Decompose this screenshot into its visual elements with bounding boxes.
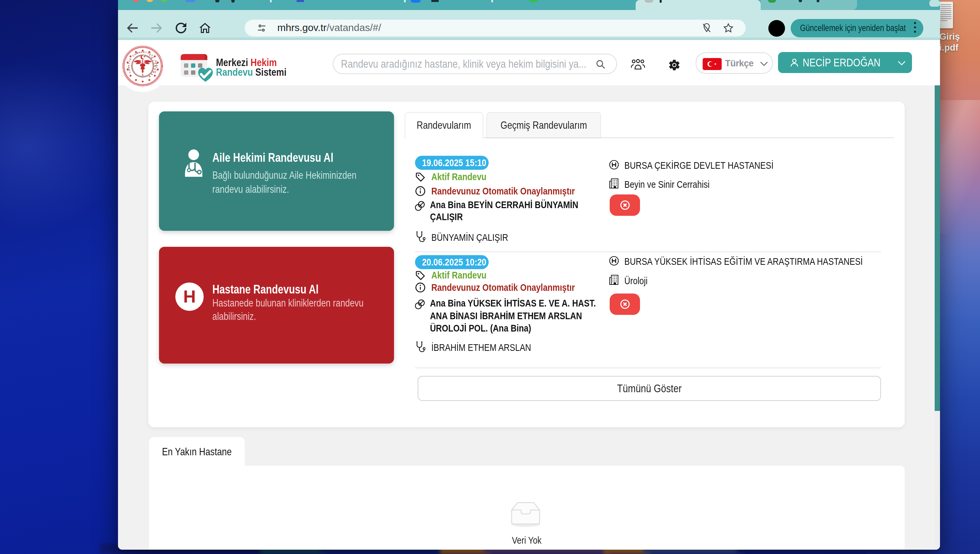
svg-text:H: H [138,51,141,54]
svg-text:İ: İ [145,51,147,54]
svg-text:R: R [128,67,130,69]
svg-text:R: R [143,51,145,53]
svg-text:Ğ: Ğ [150,56,153,59]
svg-text:S: S [154,60,157,62]
svg-text:L: L [155,67,158,69]
svg-text:İ: İ [128,63,130,64]
svg-text:B: B [148,75,151,78]
svg-text:U: U [141,51,143,53]
svg-text:A: A [150,73,153,75]
svg-text:I: I [152,59,155,61]
svg-text:L: L [153,62,156,64]
svg-text:E: E [129,58,132,61]
svg-text:K: K [127,65,130,66]
svg-text:N: N [154,65,156,67]
